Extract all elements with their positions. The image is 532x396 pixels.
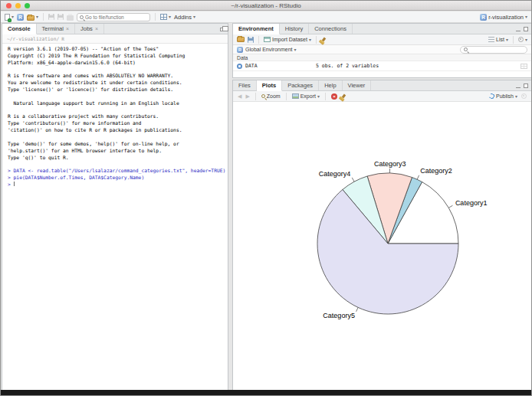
- toolbar-separator: [286, 93, 287, 100]
- toolbar-separator: [316, 36, 317, 44]
- addins-button[interactable]: Addins ▾: [174, 14, 195, 21]
- toolbar-separator: [255, 93, 256, 100]
- export-plot-button[interactable]: Export ▾: [292, 93, 320, 99]
- chevron-down-icon[interactable]: ▾: [169, 15, 171, 19]
- r-session-icon: R: [61, 36, 64, 41]
- project-label: r-visualization: [488, 14, 524, 21]
- tab-plots[interactable]: Plots: [257, 80, 282, 91]
- traffic-lights: [6, 3, 30, 8]
- load-workspace-icon[interactable]: [237, 37, 245, 42]
- console-line: 'help.start()' for an HTML browser inter…: [8, 148, 228, 155]
- working-directory-label: ~/r-visualization/: [7, 36, 59, 41]
- environment-toolbar: Import Dataset ▾ List ▾ ▾: [233, 34, 531, 45]
- pie-label: Category5: [323, 312, 355, 319]
- plots-panel: Files Plots Packages Help Viewer ◀ ▶: [232, 80, 532, 391]
- list-view-button[interactable]: List ▾: [488, 37, 508, 42]
- console-line: R version 3.6.1 (2019-07-05) -- "Action …: [8, 46, 228, 53]
- maximize-panel-icon[interactable]: [524, 83, 528, 88]
- close-window-button[interactable]: [6, 3, 11, 8]
- toolbar-separator: [513, 36, 514, 44]
- chevron-down-icon: ▾: [193, 15, 195, 19]
- tab-console[interactable]: Console: [2, 24, 37, 34]
- global-environment-button[interactable]: Global Environment ▾: [245, 47, 297, 52]
- pie-label: Category2: [420, 167, 452, 175]
- chevron-down-icon: ▾: [506, 38, 508, 42]
- project-menu-button[interactable]: R r-visualization ▾: [480, 14, 527, 21]
- console-line: [8, 93, 228, 100]
- pie-label: Category3: [374, 160, 406, 168]
- tab-console-label: Console: [8, 25, 31, 32]
- refresh-options-button[interactable]: ▾: [518, 37, 527, 42]
- next-plot-button[interactable]: ▶: [245, 93, 249, 100]
- environment-scope-bar: R Global Environment ▾: [233, 45, 531, 54]
- r-project-icon: R: [17, 14, 24, 21]
- environment-search-input[interactable]: [469, 47, 524, 52]
- save-workspace-icon[interactable]: [248, 37, 254, 43]
- panel-splitter-horizontal[interactable]: [232, 78, 530, 80]
- tab-help[interactable]: Help: [319, 80, 342, 90]
- tab-packages-label: Packages: [287, 82, 313, 89]
- previous-plot-button[interactable]: ◀: [238, 93, 241, 100]
- zoom-plot-button[interactable]: Zoom: [261, 93, 281, 99]
- data-object-icon: [237, 64, 242, 69]
- clear-plots-icon[interactable]: [342, 94, 346, 99]
- goto-file-input[interactable]: [85, 15, 147, 20]
- chevron-down-icon: ▾: [317, 94, 320, 99]
- console-line: Type 'license()' or 'licence()' for dist…: [8, 87, 228, 93]
- minimize-window-button[interactable]: [15, 3, 21, 8]
- console-line: [8, 134, 228, 141]
- new-file-button[interactable]: ▾: [5, 14, 14, 21]
- gear-icon[interactable]: [521, 93, 527, 99]
- goto-file-icon: [80, 15, 84, 19]
- tab-jobs[interactable]: Jobs ×: [75, 24, 104, 34]
- minimize-panel-icon[interactable]: [516, 31, 521, 31]
- pie-label-tick: [448, 205, 452, 208]
- import-dataset-button[interactable]: Import Dataset ▾: [264, 37, 311, 42]
- print-button[interactable]: [67, 14, 74, 21]
- clear-objects-icon[interactable]: [322, 38, 326, 42]
- minimize-panel-icon[interactable]: [516, 87, 521, 88]
- console-line: Type 'demo()' for some demos, 'help()' f…: [8, 141, 228, 148]
- close-icon[interactable]: ×: [95, 26, 98, 31]
- object-summary: 5 obs. of 2 variables: [316, 63, 379, 69]
- tab-viewer[interactable]: Viewer: [343, 80, 372, 90]
- new-file-icon: [5, 14, 10, 21]
- save-button[interactable]: [48, 14, 54, 20]
- console-output[interactable]: R version 3.6.1 (2019-07-05) -- "Action …: [2, 44, 228, 188]
- view-table-icon[interactable]: [521, 64, 527, 69]
- chevron-down-icon[interactable]: ▾: [11, 15, 14, 19]
- window-bottom-edge: [1, 390, 531, 395]
- console-line: [8, 67, 228, 74]
- chevron-down-icon: ▾: [294, 47, 296, 52]
- new-project-button[interactable]: R: [17, 14, 24, 21]
- console-line: [8, 107, 228, 114]
- save-all-button[interactable]: [57, 14, 64, 20]
- list-view-label: List: [496, 37, 504, 42]
- open-file-button[interactable]: ▾: [27, 14, 38, 21]
- tab-packages[interactable]: Packages: [282, 80, 319, 90]
- console-line: Platform: x86_64-apple-darwin15.6.0 (64-…: [8, 60, 228, 67]
- maximize-panel-icon[interactable]: [220, 28, 225, 31]
- import-dataset-icon: [264, 37, 271, 42]
- pie-label: Category1: [455, 199, 488, 207]
- console-line: 'citation()' on how to cite R or R packa…: [8, 127, 228, 134]
- publish-button[interactable]: Publish ▾: [489, 93, 517, 99]
- tab-connections[interactable]: Connections: [309, 24, 353, 34]
- tab-environment[interactable]: Environment: [233, 24, 280, 34]
- zoom-window-button[interactable]: [25, 3, 30, 8]
- tab-terminal[interactable]: Terminal ×: [37, 24, 75, 34]
- main-toolbar: ▾ R ▾ ▾ Addins ▾: [1, 11, 531, 23]
- remove-plot-icon[interactable]: ×: [331, 93, 337, 100]
- addins-label: Addins: [174, 14, 192, 21]
- tab-history[interactable]: History: [280, 24, 309, 34]
- close-icon[interactable]: ×: [66, 26, 69, 31]
- workspace-panes-button[interactable]: ▾: [160, 14, 171, 20]
- environment-object-row[interactable]: DATA 5 obs. of 2 variables: [233, 61, 531, 71]
- plots-tabbar: Files Plots Packages Help Viewer: [233, 80, 531, 91]
- console-line: Natural language support but running in …: [8, 100, 228, 107]
- maximize-panel-icon[interactable]: [524, 27, 528, 31]
- tab-files[interactable]: Files: [233, 80, 257, 90]
- tab-files-label: Files: [238, 82, 251, 89]
- data-section-header: Data: [233, 54, 531, 61]
- chevron-down-icon[interactable]: ▾: [36, 15, 38, 19]
